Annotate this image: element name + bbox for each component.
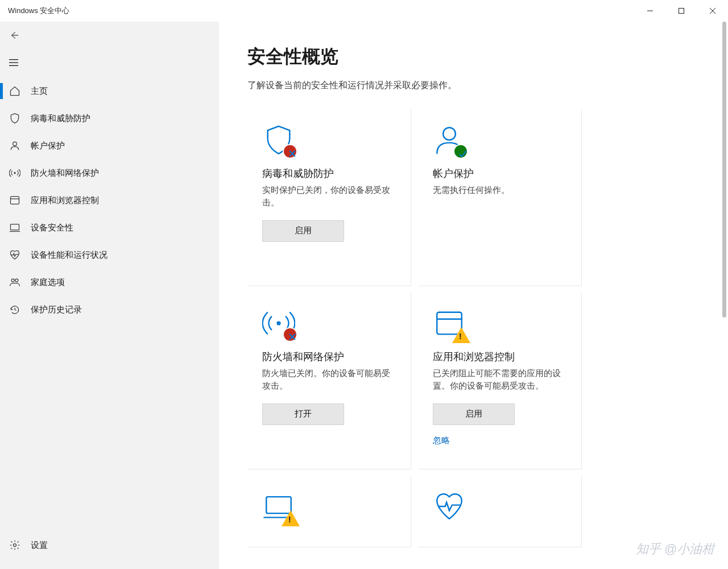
card-account[interactable]: 帐户保护 无需执行任何操作。	[418, 110, 582, 286]
enable-button[interactable]: 启用	[433, 403, 515, 425]
window-title: Windows 安全中心	[8, 6, 69, 16]
card-title: 帐户保护	[433, 167, 566, 180]
card-title: 防火墙和网络保护	[262, 350, 396, 364]
card-virus[interactable]: 病毒和威胁防护 实时保护已关闭，你的设备易受攻击。 启用	[247, 110, 411, 286]
sidebar-item-label: 帐户保护	[31, 141, 65, 151]
enable-button[interactable]: 启用	[262, 220, 344, 242]
page-title: 安全性概览	[247, 44, 700, 69]
sidebar-item-label: 设备安全性	[31, 222, 73, 233]
svg-point-15	[14, 544, 16, 547]
card-desc: 实时保护已关闭，你的设备易受攻击。	[262, 184, 396, 209]
minimize-button[interactable]	[634, 0, 665, 22]
back-button[interactable]	[0, 22, 219, 49]
sidebar: 主页 病毒和威胁防护 帐户保护 防火墙和网络保护	[0, 22, 219, 569]
sidebar-item-firewall[interactable]: 防火墙和网络保护	[0, 159, 219, 187]
sidebar-item-history[interactable]: 保护历史记录	[0, 296, 219, 323]
radio-icon	[8, 166, 22, 180]
card-desc: 防火墙已关闭。你的设备可能易受攻击。	[262, 367, 396, 392]
card-title: 病毒和威胁防护	[262, 167, 396, 180]
sidebar-item-perf[interactable]: 设备性能和运行状况	[0, 241, 219, 269]
content: 安全性概览 了解设备当前的安全性和运行情况并采取必要操作。 病毒和威胁防护 实时…	[219, 22, 728, 569]
card-device[interactable]	[247, 476, 411, 547]
app: 主页 病毒和威胁防护 帐户保护 防火墙和网络保护	[0, 22, 728, 569]
person-icon	[433, 123, 466, 156]
maximize-button[interactable]	[665, 0, 697, 22]
status-badge-error	[283, 327, 297, 342]
back-arrow-icon	[9, 30, 19, 40]
svg-point-14	[15, 279, 18, 282]
svg-point-13	[11, 279, 14, 282]
ignore-link[interactable]: 忽略	[433, 435, 566, 446]
shield-icon	[262, 123, 295, 156]
family-icon	[8, 275, 22, 289]
maximize-icon	[678, 7, 685, 14]
window-controls	[634, 0, 728, 22]
sidebar-item-label: 应用和浏览器控制	[31, 195, 99, 206]
sidebar-item-label: 防火墙和网络保护	[31, 168, 99, 179]
hamburger-icon	[9, 59, 18, 67]
close-icon	[709, 7, 716, 14]
scrollbar[interactable]	[720, 22, 728, 569]
sidebar-item-label: 设备性能和运行状况	[31, 250, 107, 261]
sidebar-item-label: 设置	[31, 540, 48, 551]
sidebar-item-label: 病毒和威胁防护	[31, 113, 90, 124]
card-grid: 病毒和威胁防护 实时保护已关闭，你的设备易受攻击。 启用 帐户保护 无需执行任何…	[247, 110, 700, 547]
page-subtitle: 了解设备当前的安全性和运行情况并采取必要操作。	[247, 80, 700, 92]
radio-icon	[262, 307, 295, 340]
minimize-icon	[647, 7, 653, 14]
sidebar-item-appbrowser[interactable]: 应用和浏览器控制	[0, 187, 219, 214]
nav-footer: 设置	[0, 531, 219, 569]
titlebar: Windows 安全中心	[0, 0, 728, 22]
gear-icon	[8, 538, 22, 552]
close-button[interactable]	[697, 0, 728, 22]
status-badge-warn	[452, 327, 470, 343]
hamburger-button[interactable]	[0, 49, 27, 76]
sidebar-item-home[interactable]: 主页	[0, 77, 219, 105]
sidebar-item-label: 家庭选项	[31, 277, 65, 288]
sidebar-item-label: 保护历史记录	[31, 304, 82, 315]
svg-rect-1	[679, 9, 684, 14]
card-firewall[interactable]: 防火墙和网络保护 防火墙已关闭。你的设备可能易受攻击。 打开	[247, 293, 411, 469]
heart-icon	[8, 248, 22, 262]
svg-rect-11	[11, 224, 19, 230]
heart-icon	[433, 490, 466, 523]
status-badge-warn	[282, 510, 300, 526]
sidebar-item-label: 主页	[31, 86, 48, 97]
app-icon	[433, 307, 466, 340]
status-badge-ok	[453, 144, 468, 159]
sidebar-item-virus[interactable]: 病毒和威胁防护	[0, 105, 219, 132]
device-icon	[8, 221, 22, 234]
person-icon	[8, 139, 22, 152]
scrollbar-thumb[interactable]	[722, 22, 726, 318]
open-button[interactable]: 打开	[262, 403, 344, 425]
card-desc: 无需执行任何操作。	[433, 184, 566, 196]
app-icon	[8, 193, 22, 207]
nav-items: 主页 病毒和威胁防护 帐户保护 防火墙和网络保护	[0, 77, 219, 531]
card-appbrowser[interactable]: 应用和浏览器控制 已关闭阻止可能不需要的应用的设置。你的设备可能易受攻击。 启用…	[418, 293, 582, 469]
svg-point-7	[13, 142, 17, 146]
history-icon	[8, 303, 22, 316]
sidebar-item-account[interactable]: 帐户保护	[0, 132, 219, 159]
shield-icon	[8, 112, 22, 125]
sidebar-item-family[interactable]: 家庭选项	[0, 269, 219, 296]
card-desc: 已关闭阻止可能不需要的应用的设置。你的设备可能易受攻击。	[433, 367, 566, 392]
device-icon	[262, 490, 295, 523]
svg-point-19	[276, 321, 280, 325]
home-icon	[8, 84, 22, 98]
svg-point-18	[443, 127, 456, 140]
svg-rect-9	[11, 196, 19, 204]
card-title: 应用和浏览器控制	[433, 350, 566, 364]
svg-point-8	[14, 172, 15, 174]
sidebar-item-settings[interactable]: 设置	[0, 531, 219, 559]
sidebar-item-devicesec[interactable]: 设备安全性	[0, 214, 219, 241]
card-perf[interactable]	[418, 476, 582, 547]
status-badge-error	[283, 144, 297, 159]
